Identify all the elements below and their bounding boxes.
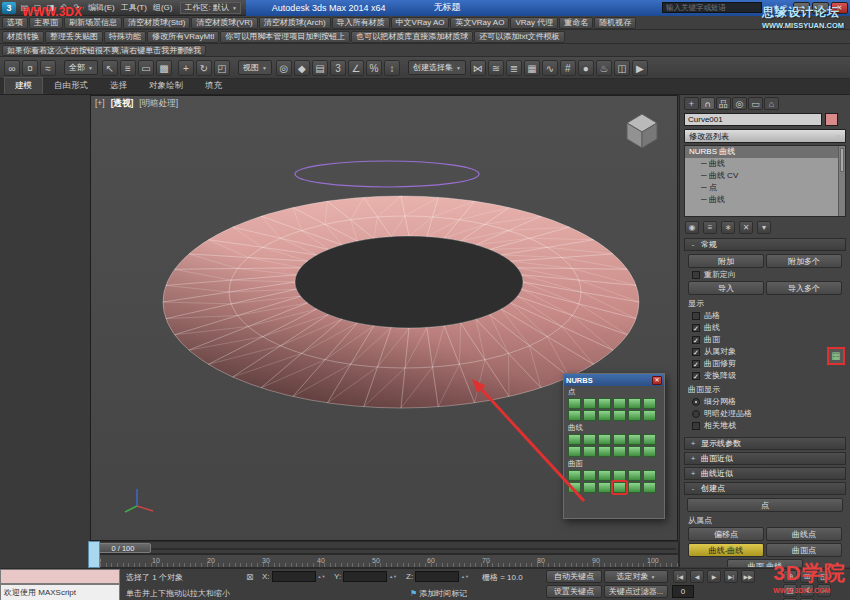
object-color-swatch[interactable]: [825, 113, 838, 126]
open-file-icon[interactable]: ▢: [31, 2, 44, 14]
hierarchy-tab[interactable]: 品: [716, 97, 731, 110]
script-button[interactable]: VRay 代理: [510, 17, 558, 29]
modifier-stack-item[interactable]: ─ 点: [685, 182, 845, 194]
go-to-end-button[interactable]: ▶▶: [741, 570, 755, 583]
ribbon-tab-1[interactable]: 自由形式: [43, 77, 99, 94]
modifier-list-dropdown[interactable]: 修改器列表 ▼: [684, 129, 846, 143]
nurbs-tool-icon[interactable]: [598, 482, 611, 493]
create-point-button[interactable]: 曲线-曲线: [688, 543, 764, 557]
script-button[interactable]: 导入所有材质: [332, 17, 390, 29]
nurbs-tool-icon[interactable]: [568, 398, 581, 409]
nurbs-tool-icon[interactable]: [613, 446, 626, 457]
import-button[interactable]: 导入: [688, 281, 764, 295]
nurbs-tool-icon[interactable]: [568, 446, 581, 457]
next-frame-button[interactable]: ▶|: [724, 570, 738, 583]
layer-manager-icon[interactable]: ≣: [506, 60, 522, 76]
script-button[interactable]: 材质转换: [2, 31, 44, 43]
nurbs-tool-icon[interactable]: [583, 446, 596, 457]
zoom-icon[interactable]: ⊕: [783, 570, 797, 583]
nurbs-tool-icon[interactable]: [598, 434, 611, 445]
nurbs-toolbox-toggle-button[interactable]: ▦: [827, 347, 845, 365]
script-button[interactable]: 整理丢失贴图: [45, 31, 103, 43]
time-slider[interactable]: 0 / 100: [88, 541, 679, 554]
x-input[interactable]: [272, 571, 316, 582]
render-production-icon[interactable]: ▶: [632, 60, 648, 76]
set-key-button[interactable]: 设置关键点: [546, 585, 602, 598]
create-point-button[interactable]: 曲面点: [766, 543, 842, 557]
make-unique-button[interactable]: ∗: [721, 221, 735, 234]
ribbon-tab-3[interactable]: 对象绘制: [138, 77, 194, 94]
key-filters-button[interactable]: 关键点过滤器...: [604, 585, 668, 598]
use-pivot-center-icon[interactable]: ◎: [276, 60, 292, 76]
nurbs-tool-icon[interactable]: [628, 482, 641, 493]
rollout-create-points-header[interactable]: - 创建点: [684, 482, 846, 495]
display-checkbox[interactable]: ✓从属对象: [692, 346, 838, 357]
script-button[interactable]: 随机视存: [594, 17, 636, 29]
ribbon-tab-4[interactable]: 填充: [194, 77, 233, 94]
nurbs-tool-icon[interactable]: [583, 410, 596, 421]
relational-stack-checkbox[interactable]: 相关堆栈: [692, 420, 838, 431]
graphite-ribbon-toggle-icon[interactable]: ▦: [524, 60, 540, 76]
modify-tab[interactable]: ∩: [700, 97, 715, 110]
align-icon[interactable]: ≋: [488, 60, 504, 76]
spinner-snap-icon[interactable]: ↕: [384, 60, 400, 76]
nurbs-tool-icon[interactable]: [598, 446, 611, 457]
track-bar[interactable]: 0102030405060708090100: [88, 554, 679, 568]
display-checkbox[interactable]: 晶格: [692, 310, 838, 321]
maxscript-mini-listener[interactable]: 欢迎使用 MAXScript: [0, 584, 120, 600]
new-scene-icon[interactable]: ▤: [18, 2, 31, 14]
object-name-field[interactable]: [684, 113, 822, 126]
search-input[interactable]: [662, 2, 762, 13]
render-setup-icon[interactable]: ♨: [596, 60, 612, 76]
surface-display-radio[interactable]: 明暗处理晶格: [692, 408, 838, 419]
nurbs-tool-icon[interactable]: [628, 410, 641, 421]
script-button[interactable]: 刷新场景信息: [64, 17, 122, 29]
unlink-selection-icon[interactable]: ¤: [22, 60, 38, 76]
x-coordinate-field[interactable]: X: ▲▼: [262, 571, 325, 582]
rollout-header-collapsed[interactable]: +曲面近似: [684, 452, 846, 465]
key-mode-dropdown[interactable]: 选定对象 ▼: [604, 570, 668, 583]
nurbs-tool-icon[interactable]: [583, 434, 596, 445]
nurbs-tool-icon[interactable]: [613, 410, 626, 421]
nurbs-tool-icon[interactable]: [613, 434, 626, 445]
nurbs-tool-icon[interactable]: [628, 470, 641, 481]
field-of-view-icon[interactable]: ∢: [800, 584, 814, 597]
select-and-rotate-icon[interactable]: ↻: [196, 60, 212, 76]
nurbs-tool-icon[interactable]: [598, 410, 611, 421]
attach-multiple-button[interactable]: 附加多个: [766, 254, 842, 268]
create-tab[interactable]: +: [684, 97, 699, 110]
script-button[interactable]: 还可以添加txt文件模板: [474, 31, 564, 43]
mirror-icon[interactable]: ⋈: [470, 60, 486, 76]
script-button[interactable]: 清空材质球(VR): [191, 17, 257, 29]
rectangular-selection-region-icon[interactable]: ▭: [138, 60, 154, 76]
stack-scrollbar[interactable]: [838, 146, 845, 216]
angle-snap-icon[interactable]: ∠: [348, 60, 364, 76]
undo-icon[interactable]: ↶: [57, 2, 70, 14]
z-input[interactable]: [415, 571, 459, 582]
menu-item-0[interactable]: 编辑(E): [85, 2, 118, 13]
nurbs-tool-icon[interactable]: [643, 470, 656, 481]
viewport-menu-shading[interactable]: [明暗处理]: [139, 98, 178, 110]
select-and-scale-icon[interactable]: ◰: [214, 60, 230, 76]
modifier-stack-item[interactable]: ─ 曲线 CV: [685, 170, 845, 182]
pin-stack-button[interactable]: ◉: [685, 221, 699, 234]
curve-editor-icon[interactable]: ∿: [542, 60, 558, 76]
nurbs-tool-icon[interactable]: [643, 446, 656, 457]
nurbs-tool-icon[interactable]: [568, 482, 581, 493]
bind-to-space-warp-icon[interactable]: ≈: [40, 60, 56, 76]
open-mini-curve-editor-button[interactable]: [88, 541, 100, 568]
schematic-view-icon[interactable]: #: [560, 60, 576, 76]
nurbs-tool-icon[interactable]: [643, 482, 656, 493]
create-point-button[interactable]: 曲面-曲线: [727, 559, 803, 567]
reference-coordsys-dropdown[interactable]: 视图▼: [238, 60, 272, 75]
help-icon[interactable]: ?: [783, 3, 787, 13]
display-checkbox[interactable]: ✓曲面: [692, 334, 838, 345]
script-button[interactable]: 清空材质球(Arch): [259, 17, 331, 29]
nurbs-tool-icon[interactable]: [643, 410, 656, 421]
zoom-extents-all-icon[interactable]: ◳: [783, 584, 797, 597]
nurbs-tool-icon[interactable]: [568, 470, 581, 481]
script-button[interactable]: 英文VRay AO: [450, 17, 509, 29]
nurbs-tool-icon[interactable]: [628, 434, 641, 445]
remove-modifier-button[interactable]: ✕: [739, 221, 753, 234]
select-and-manipulate-icon[interactable]: ◆: [294, 60, 310, 76]
